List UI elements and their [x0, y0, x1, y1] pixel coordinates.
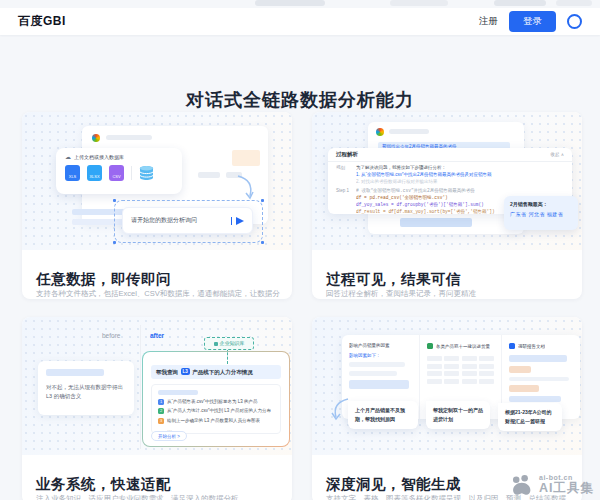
- card-deep-insight: 影响产品销量的因素 影响因素如下： 各类产品双十一建议进货量: [312, 317, 582, 500]
- cloud-upload-icon: ☁: [65, 154, 71, 160]
- card1-illustration: ☁ 上传文档或接入数据库 XLS XLSX CSV: [22, 112, 292, 250]
- skeleton-bar: [106, 135, 152, 140]
- card-business-adapt: before after 对不起，无法从现有数据中得出 L3 的确切含义 企业知…: [22, 317, 292, 500]
- register-link[interactable]: 注册: [479, 15, 498, 28]
- upload-card: ☁ 上传文档或接入数据库 XLS XLSX CSV: [56, 148, 182, 194]
- step-number: 1: [158, 399, 164, 405]
- card-title: 过程可见，结果可信: [326, 270, 461, 289]
- handle: [261, 241, 264, 244]
- code-line: # 读取“全国销售明细.csv”并找出2月份销售额最高的省份: [356, 188, 564, 195]
- card-process-visible: 帮我找出今年2月份销售额最高的省份 过程解析 收起 ∧ 规划 为了解决该问题，我…: [312, 112, 582, 299]
- panel-header: 调研报告文档: [509, 343, 573, 349]
- panel-header: 各类产品双十一建议进货量: [427, 343, 494, 349]
- page: { "header": { "brand": "百度GBI", "registe…: [0, 0, 600, 500]
- skeleton-bar: [400, 218, 472, 227]
- card2-illustration: 帮我找出今年2月份销售额最高的省份 过程解析 收起 ∧ 规划 为了解决该问题，我…: [312, 112, 582, 250]
- card-title: 任意数据，即传即问: [36, 270, 171, 289]
- top-bar: 百度GBI 注册 登录: [0, 8, 600, 35]
- result-title: 2月销售额最高：: [510, 201, 572, 207]
- l3-chip: L3: [181, 368, 190, 375]
- table-skeleton: [427, 356, 494, 384]
- skeleton-bar: [158, 390, 198, 395]
- watermark: ai-bot.cn AI工具集: [509, 474, 594, 497]
- skeleton-bar: [509, 377, 569, 381]
- handle: [261, 199, 264, 202]
- highlight-chip: [509, 366, 531, 373]
- after-question: 帮我查询 L3 产品线下的人力分布情况: [151, 365, 281, 379]
- process-panel-title: 过程解析: [336, 151, 358, 158]
- peek-shape: [255, 0, 325, 6]
- prompt-bubble: 根据21-23年A公司的财报汇总一篇研报: [498, 403, 562, 431]
- panel-title: 调研报告文档: [518, 344, 545, 349]
- handle: [113, 199, 116, 202]
- skeleton-bar: [389, 129, 429, 134]
- card-any-data: ☁ 上传文档或接入数据库 XLS XLSX CSV: [22, 112, 292, 299]
- csv-file-icon: CSV: [109, 165, 124, 181]
- steps-card: 1 从“产品销售表.csv”中找到标签名为 L3 的产品 2 从“产品人力统计.…: [151, 384, 281, 434]
- peek-shape: [390, 0, 448, 6]
- panel-title: 影响产品销量的因素: [349, 343, 412, 348]
- skeleton-bar: [46, 369, 104, 376]
- step-text: 从“产品人力统计.csv”中找到 L3 产品对应的人力分布: [167, 408, 271, 413]
- topbar-actions: 注册 登录: [479, 11, 582, 32]
- xls-file-icon: XLS: [65, 165, 80, 181]
- collapse-toggle[interactable]: 收起 ∧: [550, 152, 564, 157]
- logo-dot-icon: [376, 128, 384, 136]
- skeleton-bar: [349, 362, 405, 367]
- card-desc: 注入业务知识，适应用户专业问数需求，满足深入的数据分析: [36, 494, 282, 500]
- peek-shape: [556, 0, 592, 6]
- plan-line: 2. 对找出的省份数据进行核对并输出结果: [356, 179, 564, 186]
- before-text: 对不起，无法从现有数据中得出 L3 的确切含义: [46, 383, 126, 402]
- watermark-text: ai-bot.cn AI工具集: [539, 474, 594, 497]
- step-number: 2: [158, 408, 164, 414]
- login-button[interactable]: 登录: [509, 11, 556, 32]
- upload-label-row: ☁ 上传文档或接入数据库: [65, 154, 124, 160]
- dashed-connector: [227, 348, 228, 364]
- step-item: 1 从“产品销售表.csv”中找到标签名为 L3 的产品: [158, 399, 274, 405]
- plan-line: 为了解决该问题，我将按如下步骤进行分析：: [356, 165, 564, 172]
- plan-lines: 为了解决该问题，我将按如下步骤进行分析： 1. 从“全国销售明细.csv”中找出…: [356, 165, 564, 185]
- page-title: 对话式全链路数据分析能力: [0, 88, 600, 112]
- card3-illustration: before after 对不起，无法从现有数据中得出 L3 的确切含义 企业知…: [22, 317, 292, 455]
- question-suffix: 产品线下的人力分布情况: [192, 369, 253, 375]
- card-desc: 回答过程全解析，查阅结果记录，再问更精准: [326, 289, 572, 299]
- skeleton-bar: [349, 380, 409, 389]
- upload-label: 上传文档或接入数据库: [74, 154, 124, 160]
- step-item: 2 从“产品人力统计.csv”中找到 L3 产品对应的人力分布: [158, 408, 274, 414]
- before-label: before: [102, 332, 120, 339]
- step-number: 3: [158, 418, 164, 424]
- brand-logo[interactable]: 百度GBI: [18, 13, 66, 30]
- watermark-name: AI工具集: [539, 480, 594, 497]
- skeleton-bar: [509, 396, 561, 402]
- xlsx-file-icon: XLSX: [87, 165, 102, 181]
- peek-shape: [494, 0, 546, 6]
- plan-row: 规划 为了解决该问题，我将按如下步骤进行分析： 1. 从“全国销售明细.csv”…: [328, 162, 572, 185]
- document-icon: [509, 343, 515, 349]
- knowledge-base-tag: 企业知识库: [204, 337, 254, 350]
- database-icon: [139, 165, 154, 181]
- query-input: 请开始您的数据分析询问: [122, 207, 253, 234]
- step-item: 3 绘制上一步确定的 L3 产品数量和人员分布图表: [158, 418, 274, 424]
- result-values: 广东省 河北省 福建省: [510, 211, 572, 217]
- skeleton-block: [232, 150, 260, 166]
- logo-dot-icon: [92, 134, 100, 142]
- query-placeholder: 请开始您的数据分析询问: [131, 216, 227, 225]
- panel-subtitle: 影响因素如下：: [349, 353, 412, 358]
- kb-tag-label: 企业知识库: [220, 340, 245, 346]
- step-text: 从“产品销售表.csv”中找到标签名为 L3 的产品: [167, 399, 258, 404]
- watermark-logo-icon: [509, 475, 535, 496]
- highlight-chip: [509, 385, 539, 392]
- spreadsheet-icon: [427, 343, 433, 349]
- curved-arrow-icon: [230, 172, 260, 202]
- card-title: 业务系统，快速适配: [36, 475, 171, 494]
- text-caret: [231, 217, 232, 225]
- user-ring-icon[interactable]: [567, 14, 582, 29]
- skeleton-bar: [349, 371, 397, 376]
- prompt-bubble: 上个月产品销量不及预期，帮我找到原因: [348, 401, 418, 429]
- plan-label: 规划: [336, 165, 356, 185]
- before-card: 对不起，无法从现有数据中得出 L3 的确切含义: [38, 361, 134, 415]
- divider: [131, 166, 132, 180]
- feature-grid: ☁ 上传文档或接入数据库 XLS XLSX CSV: [22, 112, 582, 500]
- prompt-bubble: 帮我定制双十一的产品进货计划: [426, 401, 490, 429]
- after-card-border: 帮我查询 L3 产品线下的人力分布情况 1 从“产品销售表.csv”中找到标签名…: [142, 351, 290, 447]
